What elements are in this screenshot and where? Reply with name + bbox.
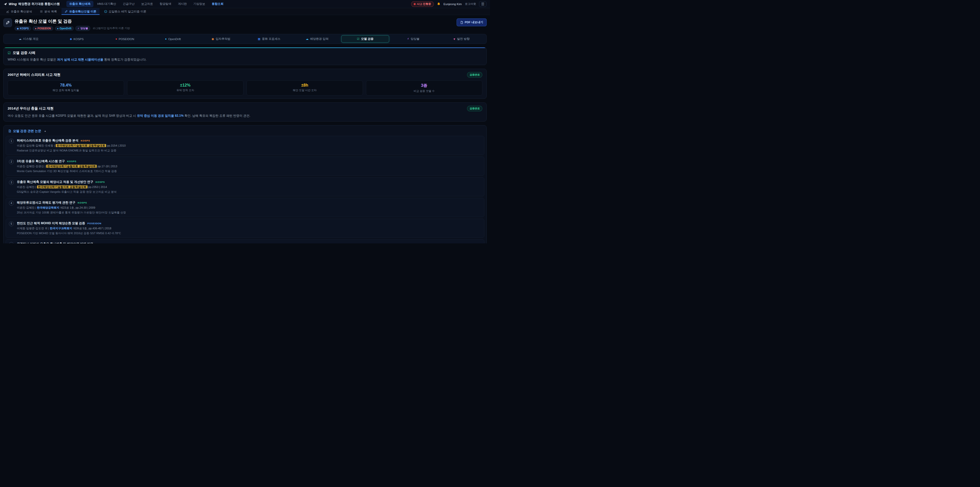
pdf-export-button[interactable]: PDF 내보내기 <box>457 18 487 26</box>
intro-text: WING 시스템의 유출유 확산 모델은 과거 실제 사고 재현 시뮬레이션을 … <box>8 57 482 62</box>
nav-item-integrated-search[interactable]: 통합조회 <box>209 1 226 7</box>
section-tab-poseidon[interactable]: ● POSEIDON <box>101 36 149 42</box>
section-tab-particle-tracking[interactable]: ◉ 입자추적법 <box>197 35 245 43</box>
alert-dot-icon <box>414 3 415 5</box>
section-tab-future-direction[interactable]: ➤ 발전 방향 <box>438 35 485 43</box>
paper-number: 4 <box>9 201 14 206</box>
nav-item-aerial-search[interactable]: 항공탐색 <box>157 1 174 7</box>
paper-title: 유출유 확산예측 모델의 해양사고 적용 및 개선방안 연구 <box>17 180 93 184</box>
section-tab-opendrift[interactable]: ● OpenDrift <box>149 36 197 42</box>
stat-label: 유막 면적 오차 <box>129 89 241 92</box>
nav-item-board[interactable]: 게시판 <box>175 1 189 7</box>
stat-value: ±12% <box>129 83 241 88</box>
topnav-right: 사고 진행중 Eunjeong Kim 로그아웃 ☰ <box>411 1 487 7</box>
section-tab-model-validation[interactable]: ☑ 모델 검증 <box>341 35 389 43</box>
incident-status-badge[interactable]: 사고 진행중 <box>411 1 434 7</box>
menu-icon[interactable]: ☰ <box>479 1 487 7</box>
case1-card: 2007년 허베이 스피리트 사고 재현 검증완료 78.4% 해안 표착 예측… <box>3 69 487 99</box>
section-tab-system-overview[interactable]: ☁ 시스템 개요 <box>5 35 52 43</box>
diamond-icon: ◆ <box>17 27 19 30</box>
intro-title: 모델 검증 사례 <box>13 51 35 55</box>
subtab-spill-model-theory[interactable]: 유출유확산모델 이론 <box>62 8 100 15</box>
paper-title: 허베이스피리트호 유출유 확산예측 검증 분석 <box>17 139 78 143</box>
subtab-oil-fence-theory[interactable]: 오일펜스 배치 알고리즘 이론 <box>101 8 150 15</box>
paper-title: 해양유류오염사고 위해도 평가에 관한 연구 <box>17 200 75 205</box>
check-square-icon: ☑ <box>8 51 11 55</box>
logout-button[interactable]: 로그아웃 <box>465 2 476 6</box>
section-tab-ocean-env-input[interactable]: ☁ 해양환경 입력 <box>293 35 341 43</box>
paper-number: 2 <box>9 160 14 164</box>
paper-model-tag: POSEIDON <box>87 222 101 225</box>
nav-item-emergency-rescue[interactable]: 긴급구난 <box>120 1 137 7</box>
paper-journal[interactable]: 한국해양과학기술협의회 공동학술대회 <box>46 165 97 168</box>
cloud-icon: ☁ <box>306 38 309 40</box>
model-badge-opendrift: ● OpenDrift <box>55 26 74 30</box>
case2-highlight: 유막 중심 이동 경로 일치율 82.1% <box>137 114 184 118</box>
paper-row-6[interactable]: 6 원격탐사 기반의 유출유 확산예측 및 해양오염 방제 지원 POSEIDO… <box>6 239 484 243</box>
paper-model-tag: KOSPS <box>81 139 90 142</box>
stat-value: 3종 <box>368 83 480 88</box>
paper-title: 한반도 인근 해역 MOHID 지역 해양순환 모델 검증 <box>17 221 85 225</box>
page-header: 유출유 확산 모델 이론 및 검증 ◆ KOSPS ● POSEIDON ● O… <box>3 18 487 31</box>
paper-meta: 이은진·김선욱·김혜진·오세웅 | 한국해양과학기술협의회 공동학술대회 pp.… <box>17 144 126 148</box>
main-content: 유출유 확산 모델 이론 및 검증 ◆ KOSPS ● POSEIDON ● O… <box>0 15 490 243</box>
document-icon <box>8 129 11 133</box>
stat-model-count: 3종 비교 검증 모델 수 <box>366 80 482 96</box>
paper-journal[interactable]: 한국지구과학회지 <box>50 227 72 230</box>
nav-item-weather-info[interactable]: 기상정보 <box>191 1 208 7</box>
paper-row-4[interactable]: 4 해양유류오염사고 위해도 평가에 관한 연구 KOSPS 이은진·김혜진 |… <box>6 198 484 217</box>
papers-card: 모델 검증 관련 논문 ▲ 1 허베이스피리트호 유출유 확산예측 검증 분석 … <box>3 125 487 243</box>
grid-icon: ▦ <box>258 38 260 40</box>
model-badge-kosps: ◆ KOSPS <box>14 26 31 30</box>
notification-bell-icon[interactable] <box>437 2 441 6</box>
stat-value: ±8h <box>249 83 361 88</box>
stat-slick-area-error: ±12% 유막 면적 오차 <box>127 80 243 96</box>
lightning-icon: ⚡ <box>78 27 80 30</box>
page-subtitle: 라그랑지안 입자추적 이론 기반 <box>93 27 130 30</box>
brand[interactable]: Wing 해양환경 위기대응 통합시스템 <box>3 2 60 6</box>
stat-label: 해안 도달 시간 오차 <box>249 89 361 92</box>
paper-description: GS칼텍스 송유관·Captain Vangelis 유출사고 적용 검증·현장… <box>17 190 117 194</box>
nav-item-reports[interactable]: 보고자료 <box>138 1 156 7</box>
nav-item-oil-spill-prediction[interactable]: 유출유 확산예측 <box>66 1 94 7</box>
particle-icon: ◉ <box>212 38 214 40</box>
paper-meta: 이재호·임병준·김도연 외 | 한국지구과학회지 제39권 5호, pp.436… <box>17 227 121 230</box>
paper-row-1[interactable]: 1 허베이스피리트호 유출유 확산예측 검증 분석 KOSPS 이은진·김선욱·… <box>6 136 484 155</box>
incident-status-label: 사고 진행중 <box>417 2 431 6</box>
paper-meta: 이은진·김혜진 | 한국해양공학회지 제23권 1호, pp.24-30 | 2… <box>17 206 126 210</box>
paper-description: Monte Carlo Simulation 기반 3D 확산모델·허베이 스피… <box>17 169 117 173</box>
diamond-icon: ◆ <box>70 38 72 40</box>
paper-journal[interactable]: 한국해양과학기술협의회 공동학술대회 <box>56 144 106 147</box>
paper-row-5[interactable]: 5 한반도 인근 해역 MOHID 지역 해양순환 모델 검증 POSEIDON… <box>6 219 484 238</box>
paper-journal[interactable]: 한국해양과학기술협의회 공동학술대회 <box>37 185 88 188</box>
paper-number: 3 <box>9 180 14 185</box>
sub-navbar: 유출유 확산분석 분석 목록 유출유확산모델 이론 오일펜스 배치 알고리즘 이… <box>0 8 490 15</box>
page-title-icon <box>3 18 12 27</box>
red-dot-icon: ● <box>115 38 117 40</box>
collapse-icon[interactable]: ▲ <box>44 130 46 132</box>
lightning-icon: ⚡ <box>407 38 409 40</box>
case2-title: 2014년 우이산 충돌 사고 재현 <box>8 106 54 111</box>
subtab-spill-analysis[interactable]: 유출유 확산분석 <box>3 8 35 15</box>
paper-row-2[interactable]: 2 3차원 유출유 확산예측 시스템 연구 KOSPS 이은진·김혜진·강관신 … <box>6 156 484 176</box>
intro-link-text: 과거 실제 사고 재현 시뮬레이션을 <box>57 58 103 61</box>
paper-row-3[interactable]: 3 유출유 확산예측 모델의 해양사고 적용 및 개선방안 연구 KOSPS 이… <box>6 177 484 196</box>
paper-description: POSEIDON 기반 MOHID 모델 동아시아 해역 2016년 검증·SS… <box>17 232 121 235</box>
paper-journal[interactable]: 한국해양공학회지 <box>37 206 59 209</box>
case2-text: 여수 오동도 인근 원유 유출 사고를 KOSPS 모델로 재현한 결과, 실제… <box>8 113 482 118</box>
paper-model-tag: KOSPS <box>95 180 105 184</box>
papers-header[interactable]: 모델 검증 관련 논문 ▲ <box>6 127 484 134</box>
pen-icon <box>65 10 68 13</box>
case2-card: 2014년 우이산 충돌 사고 재현 검증완료 여수 오동도 인근 원유 유출 … <box>3 102 487 121</box>
subtab-analysis-list[interactable]: 분석 목록 <box>37 8 60 15</box>
section-tab-weathering-process[interactable]: ▦ 풍화 프로세스 <box>245 35 293 43</box>
paper-model-tag: KOSPS <box>67 160 76 163</box>
section-tab-ensemble[interactable]: ⚡ 앙상블 <box>389 35 437 43</box>
section-tab-kosps[interactable]: ◆ KOSPS <box>52 36 100 42</box>
stat-landfall-match: 78.4% 해안 표착 예측 일치율 <box>8 80 124 96</box>
paper-description: 20년 과거자료 기반 100회 몬테카를로 통계 위험평가·가로림만 해안/어… <box>17 211 126 214</box>
checkbox-icon: ☑ <box>357 38 360 40</box>
page-title-block: 유출유 확산 모델 이론 및 검증 ◆ KOSPS ● POSEIDON ● O… <box>14 18 130 31</box>
nav-item-hns-air-diffusion[interactable]: HNS·대기확산 <box>94 1 119 7</box>
brand-wing: Wing <box>9 2 17 6</box>
